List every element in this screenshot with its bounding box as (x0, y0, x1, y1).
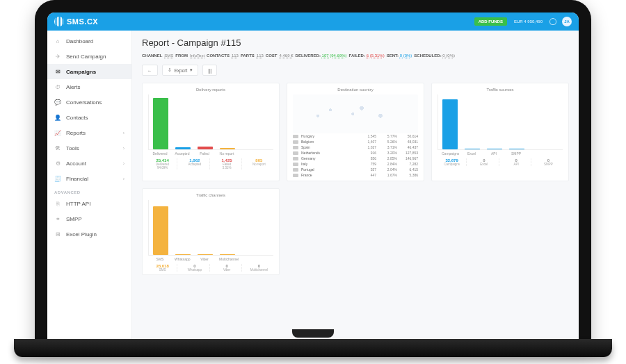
chevron-down-icon: ▾ (190, 67, 193, 73)
sidebar-item-alerts[interactable]: ⏱Alerts (47, 79, 131, 94)
bar (442, 99, 458, 149)
card-title: Traffic channels (148, 193, 273, 197)
stat: 805No report (245, 158, 273, 169)
balance-value: EUR 4 950,490 (514, 19, 543, 24)
chevron-right-icon: › (123, 161, 125, 166)
country-table: Hungary1,5455.77%50,614Belgium1,4075.26%… (293, 133, 418, 178)
sidebar-item-dashboard[interactable]: ⌂Dashboard (47, 33, 131, 49)
stat: 0Whatsapp (180, 264, 209, 272)
chart-card: Traffic sources CampaignsExcelAPISMPP 32… (431, 83, 569, 181)
flag-icon (293, 146, 298, 149)
chart-card: Traffic channels SMSWhatsappViberMultich… (142, 188, 280, 275)
chat-icon: 💬 (54, 99, 61, 106)
logo-mark-icon (54, 17, 64, 26)
download-icon: ⇩ (168, 67, 172, 73)
page-title: Report - Campaign #115 (142, 38, 569, 48)
stat: 0Excel (470, 158, 499, 166)
sidebar-item-excel-plugin[interactable]: ⊞Excel Plugin (47, 226, 131, 242)
clock-icon: ⏱ (54, 83, 61, 90)
sidebar-item-label: Contacts (66, 115, 88, 121)
world-map (293, 94, 418, 133)
add-funds-button[interactable]: ADD FUNDS (474, 17, 507, 26)
tools-icon: 🛠 (54, 144, 61, 151)
export-button[interactable]: ⇩ Export ▾ (162, 65, 199, 76)
stat: 25,414Delivered94.69% (148, 158, 177, 169)
sidebar-item-label: Tools (66, 145, 79, 151)
back-button[interactable]: ← (142, 65, 158, 76)
bar (198, 254, 213, 255)
columns-button[interactable]: ||| (202, 65, 217, 76)
chevron-right-icon: › (123, 176, 125, 181)
country-row: Portugal5572.04%6,415 (293, 167, 418, 172)
sidebar-item-conversations[interactable]: 💬Conversations (47, 94, 131, 110)
flag-icon (293, 163, 298, 166)
country-row: Hungary1,5455.77%50,614 (293, 133, 418, 139)
sidebar-item-smpp[interactable]: ⚭SMPP (47, 211, 131, 226)
sidebar-item-label: Financial (66, 176, 88, 182)
sidebar-group-advanced: ADVANCED (47, 186, 131, 196)
bar (220, 148, 235, 149)
sidebar-item-account[interactable]: ⚙Account› (47, 156, 131, 171)
gear-icon: ⚙ (54, 160, 61, 167)
country-row: Belgium1,4075.26%48,031 (293, 139, 418, 144)
sidebar-item-campaigns[interactable]: ✉Campaigns (47, 64, 131, 79)
country-row: Germany8562.85%146,967 (293, 156, 418, 161)
stat: 0SMPP (534, 158, 563, 166)
stat: 32,679Campaigns (438, 158, 467, 166)
sidebar-item-label: Dashboard (66, 38, 93, 44)
topbar: SMS.CX ADD FUNDS EUR 4 950,490 JA (47, 13, 579, 31)
main-content: Report - Campaign #115 CHANNELSMS FROMIn… (132, 31, 579, 347)
sidebar-item-http-api[interactable]: ⎘HTTP API (47, 196, 131, 211)
brand-name: SMS.CX (67, 17, 98, 26)
doc-icon: 🧾 (54, 175, 61, 182)
bar (153, 98, 168, 149)
country-row: Spain1,0273.71%46,437 (293, 144, 418, 150)
sidebar-item-tools[interactable]: 🛠Tools› (47, 140, 131, 156)
sidebar-item-label: HTTP API (66, 201, 90, 207)
sidebar-item-label: Send Campaign (66, 53, 106, 60)
flag-icon (293, 151, 298, 155)
sidebar: ⌂Dashboard✈Send Campaign✉Campaigns⏱Alert… (47, 31, 132, 347)
xls-icon: ⊞ (54, 231, 61, 238)
sidebar-item-label: Reports (66, 130, 86, 136)
sidebar-item-send-campaign[interactable]: ✈Send Campaign (47, 49, 131, 64)
api-icon: ⎘ (54, 200, 61, 207)
brand-logo[interactable]: SMS.CX (54, 17, 98, 26)
flag-icon (293, 174, 298, 177)
stat: 28,618SMS (148, 264, 177, 272)
stat: 0API (502, 158, 531, 166)
bar (465, 149, 480, 149)
home-icon: ⌂ (54, 38, 61, 44)
bar (175, 147, 191, 149)
sidebar-item-reports[interactable]: 📈Reports› (47, 125, 131, 140)
sidebar-item-contacts[interactable]: 👤Contacts (47, 110, 131, 125)
chevron-right-icon: › (123, 146, 125, 151)
sidebar-item-label: Alerts (66, 84, 80, 90)
plug-icon: ⚭ (54, 215, 61, 222)
chevron-right-icon: › (123, 131, 125, 135)
country-row: France4471.67%5,386 (293, 172, 418, 178)
sidebar-item-label: Conversations (66, 99, 102, 106)
bar (509, 149, 524, 149)
stat: 1,062Accepted (180, 158, 209, 169)
avatar[interactable]: JA (562, 17, 572, 26)
card-title: Traffic sources (438, 88, 563, 92)
sidebar-item-label: SMPP (66, 216, 82, 222)
bar (198, 147, 213, 149)
sidebar-item-financial[interactable]: 🧾Financial› (47, 171, 131, 186)
card-title: Destination country (293, 88, 418, 92)
sidebar-item-label: Account (66, 160, 86, 167)
bar (487, 149, 502, 149)
chart-icon: 📈 (54, 129, 61, 136)
flag-icon (293, 140, 298, 144)
flag-icon (293, 168, 298, 172)
bar-chart (148, 200, 273, 256)
stat: 0Multichannel (245, 264, 273, 272)
bar-chart (148, 94, 273, 150)
flag-icon (293, 135, 298, 138)
mail-icon: ✉ (54, 68, 61, 75)
summary-bar: CHANNELSMS FROMInfoText CONTACTS113 PART… (142, 53, 569, 58)
bar (175, 254, 191, 255)
sidebar-item-label: Campaigns (66, 69, 96, 75)
bell-icon[interactable] (549, 18, 556, 25)
